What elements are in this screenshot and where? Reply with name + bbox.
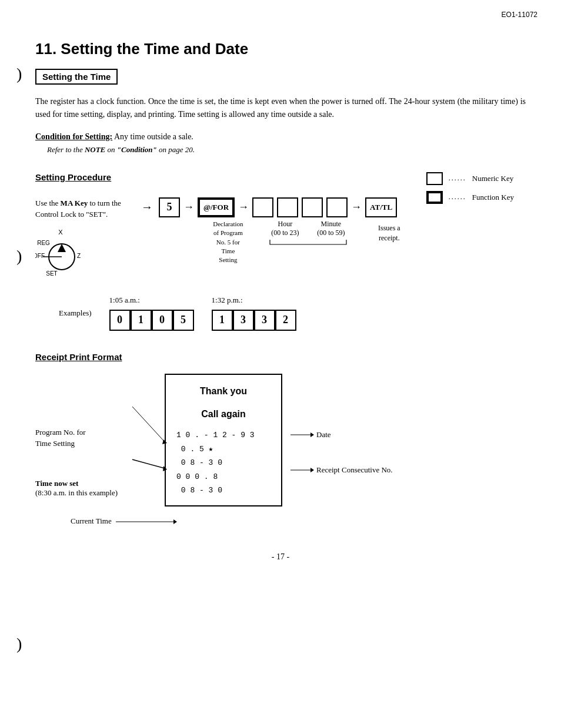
example1-label: 1:05 a.m.: [109,296,140,305]
page-number: - 17 - [35,552,526,562]
ma-key-text: Use the MA Key to turn theControl Lock t… [35,197,121,220]
page-title: 11. Setting the Time and Date [35,40,526,58]
svg-text:REG: REG [37,240,50,246]
receipt-box: Thank you Call again 1 0 . - 1 2 - 9 3 0… [165,374,282,507]
decl-label-line1: Declaration of Program [213,220,243,236]
receipt-line-5: 0 8 - 3 0 [176,484,271,497]
issues-line2: receipt. [379,234,400,242]
program-no-label: Program No. for Time Setting [35,427,165,449]
ex2-k2: 3 [233,310,254,331]
issues-line1: Issues a [378,224,400,232]
minute-range: (00 to 59) [317,229,345,237]
condition-line: Condition for Setting: Any time outside … [35,132,526,142]
example-2: 1:32 p.m.: 1 3 3 2 [212,296,296,331]
left-bracket-bot: ) [16,635,22,653]
legend-function: ...... Function Key [426,191,514,204]
function-key-box [426,191,443,204]
numeric-key-box [426,172,443,185]
receipt-consec-group: Receipt Consecutive No. [290,465,393,475]
intro-text: The register has a clock function. Once … [35,95,526,122]
ex1-k1: 0 [109,310,131,331]
example2-label: 1:32 p.m.: [212,296,243,305]
svg-text:SET: SET [46,270,57,277]
italic-note: Refer to the NOTE on "Condition" on page… [47,145,526,155]
left-bracket-mid: ) [16,247,22,266]
decl-label-line2: No. 5 for Time Setting [216,239,240,264]
current-time-label-group: Current Time [71,515,526,529]
arrow-3: → [238,201,249,213]
key-legend: ...... Numeric Key ...... Function Key [426,172,514,204]
receipt-heading-line1: Thank you [176,383,271,400]
left-bracket-top: ) [16,65,22,83]
receipt-consec-label: Receipt Consecutive No. [316,465,393,475]
seq-row: → 5 → @/FOR → [141,197,407,217]
minute-key-2 [326,197,348,217]
current-time-arrow-svg [116,515,233,529]
svg-marker-10 [310,432,314,437]
hour-label: Hour [278,220,293,228]
key-labels-row: Declaration of Program No. 5 for Time Se… [173,220,407,265]
legend-dots-1: ...... [449,174,466,183]
legend-dots-2: ...... [449,193,466,202]
minute-key-1 [302,197,323,217]
hm-top-labels: Hour (00 to 23) Minute (00 to 59) [262,220,354,237]
minute-label-group: Minute (00 to 59) [317,220,345,237]
function-key-label: Function Key [472,193,514,202]
time-now-example: (8:30 a.m. in this example) [35,488,118,497]
decl-label: Declaration of Program No. 5 for Time Se… [212,220,245,265]
receipt-line-4: 0 0 0 . 8 [176,470,271,484]
ex2-k1: 1 [212,310,233,331]
hour-range: (00 to 23) [271,229,299,237]
receipt-left-labels: Program No. for Time Setting Time now se… [35,374,165,506]
procedure-section: ...... Numeric Key ...... Function Key S… [35,172,526,331]
italic-note-text: Refer to the NOTE on "Condition" on page… [47,145,195,154]
section-header: Setting the Time [35,69,118,85]
receipt-layout: Program No. for Time Setting Time now se… [35,374,526,507]
hour-label-group: Hour (00 to 23) [271,220,299,237]
svg-text:X: X [58,229,63,236]
ex1-k4: 5 [173,310,194,331]
example-1: 1:05 a.m.: 0 1 0 5 [109,296,194,331]
ex2-k3: 3 [254,310,275,331]
key-for: @/FOR [198,197,235,217]
svg-text:Z: Z [77,253,81,259]
program-no-label-line1: Program No. for [35,428,86,437]
svg-marker-12 [310,468,314,472]
example1-keys: 0 1 0 5 [109,310,194,331]
arrow-4: → [351,201,362,213]
ex1-k2: 1 [131,310,152,331]
time-now-label-group: Time now set (8:30 a.m. in this example) [35,479,165,498]
svg-text:OFF: OFF [35,253,45,259]
date-label-group: Date [290,430,393,440]
time-now-label: Time now set [35,479,78,488]
brace-svg [267,239,349,247]
hour-minute-keys [252,197,348,217]
hour-minute-group [252,197,348,217]
current-time-label: Current Time [71,516,112,525]
receipt-lines: 1 0 . - 1 2 - 9 3 0 . 5 ★ 0 8 - 3 0 0 0 … [176,428,271,497]
date-label: Date [316,430,331,440]
diagram-outer: → 5 → @/FOR → [141,192,407,265]
svg-marker-6 [58,244,66,252]
hm-label-area: Hour (00 to 23) Minute (00 to 59) [262,220,354,247]
receipt-title: Receipt Print Format [35,352,526,362]
arrow-2: → [183,201,194,213]
svg-marker-18 [173,519,177,524]
receipt-heading-line2: Call again [176,406,271,423]
legend-numeric: ...... Numeric Key [426,172,514,185]
minute-label: Minute [321,220,342,228]
doc-id: EO1-11072 [502,11,537,19]
key-attl: AT/TL [365,197,397,217]
numeric-key-label: Numeric Key [472,174,513,183]
arrow-1: → [141,200,153,214]
examples-row: Examples) 1:05 a.m.: 0 1 0 5 1:32 p.m.: … [59,296,526,331]
issues-label: Issues a receipt. [372,223,407,243]
receipt-line-3: 0 8 - 3 0 [176,456,271,469]
receipt-line-2: 0 . 5 ★ [176,442,271,456]
hour-key-2 [277,197,298,217]
receipt-right-labels: Date Receipt Consecutive No. [282,374,393,475]
hour-key-1 [252,197,273,217]
lock-dial: X REG OFF Z SET [35,229,88,281]
example2-keys: 1 3 3 2 [212,310,296,331]
key-5: 5 [159,197,180,217]
